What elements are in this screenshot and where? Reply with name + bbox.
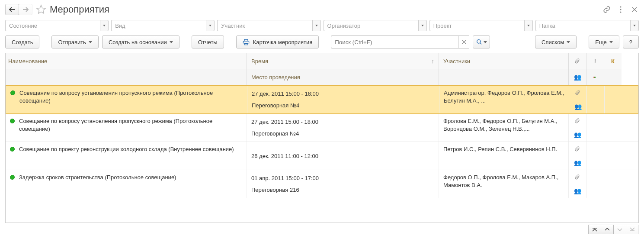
filter-participant-dropdown[interactable]: [312, 20, 321, 31]
svg-point-1: [620, 9, 621, 10]
help-label: ?: [629, 39, 632, 45]
row-name: Задержка сроков строительства (Протоколь…: [19, 174, 176, 181]
scroll-top-button[interactable]: [588, 225, 601, 234]
send-button-label: Отправить: [58, 39, 86, 45]
filter-folder-dropdown[interactable]: [630, 20, 639, 31]
filter-state-input[interactable]: [5, 20, 100, 31]
filter-project-dropdown[interactable]: [524, 20, 533, 31]
priority-icon: !: [594, 58, 596, 65]
row-time: 27 дек. 2011 15:00 - 18:00: [252, 90, 435, 97]
status-dot-icon: [10, 175, 15, 180]
filter-organizer-input[interactable]: [324, 20, 418, 31]
search-clear-button[interactable]: [458, 35, 469, 48]
row-participants: Петров И.С., Репин С.В., Северянинов Н.П…: [439, 142, 569, 170]
table-row[interactable]: Совещание по вопросу установления пропус…: [5, 85, 639, 114]
create-button[interactable]: Создать: [5, 35, 39, 48]
row-participants: Администратор, Федоров О.П., Фролова Е.М…: [439, 86, 569, 113]
status-dot-icon: [10, 90, 15, 95]
search-button[interactable]: [473, 35, 490, 48]
col-name-header[interactable]: Наименование: [6, 53, 247, 69]
row-place: Переговорная №4: [252, 102, 435, 109]
svg-point-3: [477, 40, 480, 43]
create-on-basis-label: Создать на основании: [109, 39, 167, 45]
event-card-button[interactable]: Карточка мероприятия: [236, 35, 319, 48]
filter-organizer-dropdown[interactable]: [418, 20, 427, 31]
row-name: Совещание по вопросу установления пропус…: [19, 117, 242, 132]
paperclip-icon: [575, 117, 580, 124]
paperclip-icon: [575, 174, 580, 181]
status-dot-icon: [10, 119, 15, 123]
create-on-basis-button[interactable]: Создать на основании: [102, 35, 179, 48]
nav-forward-button[interactable]: [19, 4, 32, 15]
people-icon: 👥: [574, 131, 581, 138]
printer-icon: [243, 39, 250, 45]
row-time: 26 дек. 2011 11:00 - 12:00: [251, 153, 434, 159]
people-icon: 👥: [574, 103, 582, 110]
link-icon[interactable]: [602, 5, 611, 14]
col-time-label: Время: [251, 58, 268, 65]
row-time: 27 дек. 2011 15:00 - 18:00: [251, 119, 434, 125]
paperclip-icon: [575, 58, 580, 65]
col-k-header[interactable]: К: [604, 53, 622, 69]
create-button-label: Создать: [12, 39, 33, 45]
col-time-header[interactable]: Время ↑: [247, 53, 439, 69]
page-title: Мероприятия: [50, 4, 109, 15]
nav-back-button[interactable]: [5, 4, 19, 15]
more-label: Еще: [595, 39, 606, 45]
row-place: Переговорная №4: [251, 130, 434, 137]
table-row[interactable]: Совещание по вопросу установления пропус…: [6, 114, 638, 142]
col-place-header[interactable]: Место проведения: [247, 69, 439, 85]
row-participants: Фролова Е.М., Федоров О.П., Белугин М.А.…: [439, 114, 569, 142]
filter-type-input[interactable]: [111, 20, 206, 31]
people-icon: 👥: [574, 159, 581, 166]
sort-arrow-icon: ↑: [432, 58, 435, 65]
kebab-menu-icon[interactable]: [616, 5, 625, 14]
table-row[interactable]: Совещание по проекту реконструкции холод…: [6, 142, 638, 170]
filter-participant-input[interactable]: [217, 20, 312, 31]
reports-label: Отчеты: [198, 39, 218, 45]
paperclip-icon: [575, 145, 580, 152]
help-button[interactable]: ?: [623, 35, 639, 48]
row-name: Совещание по вопросу установления пропус…: [19, 89, 243, 104]
table-row[interactable]: Задержка сроков строительства (Протоколь…: [6, 170, 638, 198]
col-priority-header[interactable]: !: [586, 53, 604, 69]
row-time: 01 апр. 2011 15:00 - 17:00: [251, 175, 434, 181]
close-icon[interactable]: [630, 5, 639, 14]
list-mode-button[interactable]: Списком: [535, 35, 577, 48]
people-icon: 👥: [574, 74, 581, 81]
paperclip-icon: [575, 89, 580, 96]
col-attach-header[interactable]: [569, 53, 586, 69]
filter-folder-input[interactable]: [535, 20, 630, 31]
filter-type-dropdown[interactable]: [206, 20, 215, 31]
filter-state-dropdown[interactable]: [100, 20, 109, 31]
scroll-bottom-button[interactable]: [626, 225, 639, 234]
status-dot-icon: [10, 147, 15, 152]
send-button[interactable]: Отправить: [51, 35, 98, 48]
col-people-header[interactable]: 👥: [569, 69, 586, 85]
more-button[interactable]: Еще: [589, 35, 619, 48]
favorite-star-icon[interactable]: [36, 4, 46, 15]
people-icon: 👥: [574, 187, 581, 194]
search-input[interactable]: [331, 35, 458, 48]
svg-point-0: [620, 6, 621, 7]
svg-point-2: [620, 11, 621, 13]
reports-button[interactable]: Отчеты: [192, 35, 224, 48]
row-participants: Федоров О.П., Фролова Е.М., Макаров А.П.…: [439, 170, 569, 198]
col-tree-header[interactable]: ▪▪: [586, 69, 604, 85]
event-card-label: Карточка мероприятия: [253, 39, 313, 45]
filter-project-input[interactable]: [429, 20, 524, 31]
tree-icon: ▪▪: [593, 75, 597, 80]
row-name: Совещание по проекту реконструкции холод…: [19, 145, 234, 153]
scroll-down-button[interactable]: [613, 225, 626, 234]
events-grid: Наименование Время ↑ Участники ! К Место…: [5, 53, 639, 223]
list-mode-label: Списком: [541, 39, 564, 45]
col-participants-header[interactable]: Участники: [439, 53, 569, 69]
scroll-up-button[interactable]: [601, 225, 614, 234]
search-icon: [476, 39, 482, 45]
row-place: Переговорная 216: [251, 187, 434, 193]
